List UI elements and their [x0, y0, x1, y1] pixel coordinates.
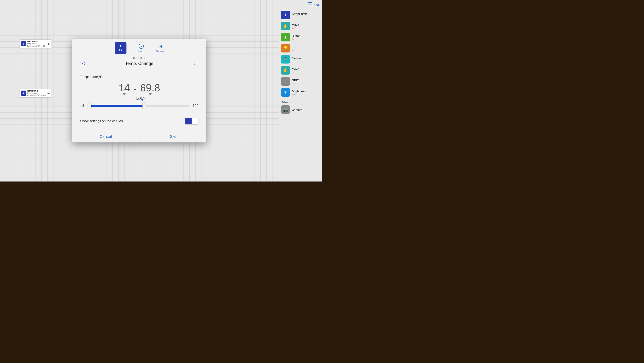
- range-max-value: 69.8: [140, 83, 160, 93]
- toggle-on-half: [185, 118, 192, 124]
- sidebar-section-tablet: Tablet: [279, 100, 322, 104]
- sidebar-item-temphumid[interactable]: 🌡 TempHumid ——: [279, 10, 322, 20]
- show-settings-label: Show settings on the canvas: [80, 119, 123, 123]
- brightness-icon: ☀: [281, 88, 290, 97]
- range-min-value: 14: [118, 83, 130, 93]
- trash-icon: [157, 44, 162, 49]
- led-icon: 💡: [281, 44, 290, 52]
- modal-header: ? Help Delete: [72, 39, 206, 71]
- set-button[interactable]: Set: [140, 131, 206, 142]
- gpio-icon: ⠿: [281, 77, 290, 86]
- dot-1: [133, 57, 135, 59]
- current-value-row: 64.6: [80, 97, 198, 101]
- add-icon: +: [308, 2, 312, 7]
- sidebar-item-move2[interactable]: ✋ Move ⚠: [279, 65, 322, 76]
- dot-3: [140, 57, 142, 59]
- sidebar-item-brightness[interactable]: ☀ Brightness ——: [279, 87, 322, 98]
- help-icon: ?: [138, 44, 144, 49]
- sidebar-item-button[interactable]: ▲ Button ⚠: [279, 32, 322, 42]
- camera-info: Camera: [292, 108, 320, 112]
- modal-icon: [115, 42, 126, 54]
- modal-header-top: ? Help Delete: [76, 42, 202, 54]
- slider-fill: [90, 105, 144, 107]
- move2-icon: ✋: [281, 66, 290, 74]
- slider-pointer-label: 64.6: [140, 96, 144, 99]
- next-arrow[interactable]: >: [192, 61, 198, 66]
- range-separator: -: [134, 85, 136, 93]
- slider-track: [90, 105, 189, 107]
- sidebar-item-move1[interactable]: ✋ Move ⚠ ?: [279, 20, 322, 32]
- sidebar: + Add 🌡 TempHumid —— ✋ Move ⚠ ? ▲ Button…: [278, 0, 322, 182]
- move2-info: Move ⚠: [292, 67, 320, 74]
- led-info: LED ⚠: [292, 45, 320, 51]
- help-button[interactable]: ? Help: [138, 44, 144, 53]
- slider-min-label: 14: [80, 104, 87, 108]
- canvas-area: 🌡 TempHumid Temp. Chan... Temperature(°F…: [0, 0, 278, 182]
- move1-info: Move ⚠ ?: [292, 23, 320, 29]
- svg-point-3: [120, 49, 122, 51]
- sidebar-item-gpio[interactable]: ⠿ GPIO ——: [279, 76, 322, 87]
- settings-row: Show settings on the canvas: [80, 116, 198, 127]
- pagination-dots: [76, 57, 202, 59]
- range-min-caret: [122, 93, 126, 95]
- add-label: Add: [314, 3, 319, 6]
- sidebar-item-led[interactable]: 💡 LED ⚠: [279, 42, 322, 54]
- camera-icon: 📷: [281, 105, 290, 114]
- modal-nav: < Temp. Change >: [76, 61, 202, 69]
- slider-max-label: 122: [192, 104, 198, 108]
- modal-overlay: ? Help Delete: [0, 0, 278, 182]
- slider-thumb-left[interactable]: [88, 102, 91, 109]
- slider-area: 14 64.6 122: [80, 102, 198, 110]
- sidebar-item-camera[interactable]: 📷 Camera: [279, 104, 322, 115]
- add-button[interactable]: + Add: [279, 2, 322, 10]
- toggle-switch[interactable]: [185, 118, 198, 125]
- temphumid-info: TempHumid ——: [292, 12, 320, 18]
- prev-arrow[interactable]: <: [80, 61, 87, 66]
- svg-text:?: ?: [140, 44, 142, 48]
- thermometer-icon: [117, 44, 124, 52]
- slider-thumb-right[interactable]: [142, 102, 146, 109]
- range-values: 14 - 69.8: [80, 83, 198, 95]
- modal: ? Help Delete: [72, 39, 206, 142]
- motion-info: Motion ——: [292, 56, 320, 62]
- pointer-caret: [141, 99, 144, 101]
- cancel-button[interactable]: Cancel: [72, 131, 140, 142]
- sidebar-item-motion[interactable]: 🚶 Motion ——: [279, 54, 322, 65]
- motion-icon: 🚶: [281, 55, 290, 64]
- range-min-indicator: 14: [118, 83, 130, 95]
- gpio-info: GPIO ——: [292, 78, 320, 84]
- section-label: Temperature(°F): [80, 75, 198, 79]
- temphumid-icon: 🌡: [281, 11, 290, 19]
- dot-4: [144, 57, 146, 59]
- button-icon: ▲: [281, 33, 290, 42]
- slider-track-wrap[interactable]: 64.6: [90, 102, 189, 110]
- move1-icon: ✋: [281, 22, 290, 30]
- modal-footer: Cancel Set: [72, 130, 206, 142]
- delete-button[interactable]: Delete: [156, 44, 164, 53]
- dot-2: [137, 57, 138, 59]
- slider-pointer: 64.6: [140, 96, 144, 101]
- range-max-indicator: 69.8: [140, 83, 160, 95]
- modal-body: Temperature(°F) 14 - 69.8 64.6: [72, 71, 206, 130]
- brightness-info: Brightness ——: [292, 90, 320, 95]
- modal-title: Temp. Change: [125, 61, 153, 66]
- button-info: Button ⚠: [292, 34, 320, 40]
- svg-rect-6: [158, 45, 162, 48]
- range-max-caret: [148, 93, 152, 95]
